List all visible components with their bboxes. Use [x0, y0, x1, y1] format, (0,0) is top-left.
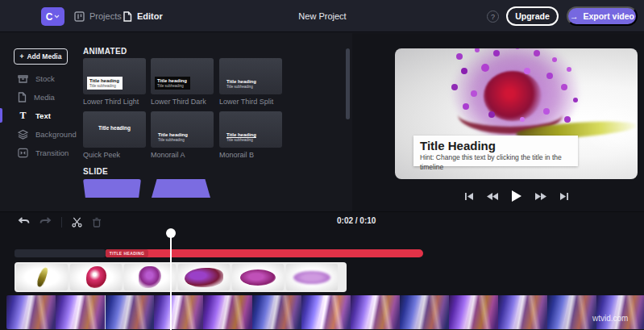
split-clip-button[interactable]	[72, 217, 82, 228]
section-title-slide: SLIDE	[83, 167, 108, 176]
rewind-button[interactable]	[487, 193, 498, 200]
preview-subtitle: Title subheading	[226, 138, 257, 142]
stock-box-icon	[18, 73, 28, 83]
nav-projects-label: Projects	[89, 11, 122, 21]
arrow-right-icon: →	[570, 11, 579, 21]
template-thumbnail: Title headingTitle subheading	[219, 58, 282, 94]
clip-thumbnail	[301, 295, 351, 329]
playhead-handle[interactable]	[166, 228, 176, 238]
clip-thumbnail	[351, 295, 400, 329]
template-card-monorail-b[interactable]: Title headingTitle subheading Monorail B	[219, 111, 282, 159]
clip-thumbnail	[178, 264, 230, 290]
template-card-slide-b[interactable]	[152, 179, 210, 198]
template-card-lower-third-light[interactable]: Title headingTitle subheading Lower Thir…	[83, 58, 146, 106]
sidebar-item-media[interactable]: Media	[0, 88, 81, 106]
app-window: C Projects Editor New Project ? Upgrade …	[0, 0, 644, 330]
nav-editor-label: Editor	[137, 11, 163, 21]
undo-button[interactable]	[18, 217, 30, 227]
media-file-icon	[18, 92, 27, 102]
help-button[interactable]: ?	[487, 10, 499, 23]
clip-thumbnail	[547, 295, 596, 329]
template-thumbnail: Title headingTitle subheading	[151, 111, 214, 148]
clip-thumbnail	[70, 264, 122, 290]
clip-thumbnail	[6, 295, 56, 329]
template-label: Quick Peek	[83, 151, 146, 159]
project-title: New Project	[274, 0, 371, 32]
editor-document-icon	[123, 11, 132, 22]
export-video-button[interactable]: → Export video	[567, 6, 638, 26]
play-button[interactable]	[512, 190, 521, 202]
template-card-lower-third-split[interactable]: Title headingTitle subheading Lower Thir…	[219, 58, 282, 106]
clip-thumbnail	[449, 295, 498, 329]
sidebar-item-label: Text	[35, 111, 51, 120]
redo-icon	[39, 217, 52, 227]
template-card-lower-third-dark[interactable]: Title headingTitle subheading Lower Thir…	[151, 58, 214, 106]
template-label: Lower Third Light	[83, 98, 146, 106]
skip-to-end-button[interactable]	[560, 193, 568, 200]
clip-thumbnail	[56, 295, 105, 329]
export-label: Export video	[583, 11, 634, 21]
preview-pane: Title Heading Hint: Change this text by …	[352, 33, 644, 211]
playhead-line[interactable]	[170, 232, 172, 330]
skip-to-start-button[interactable]	[465, 193, 473, 200]
video-clip-background[interactable]	[6, 295, 644, 329]
text-clip-previous[interactable]	[15, 249, 106, 257]
chevron-down-icon	[54, 15, 60, 19]
transport-controls	[395, 186, 638, 207]
clip-thumbnail	[286, 264, 338, 290]
scissors-icon	[72, 217, 82, 228]
template-card-quick-peek[interactable]: Title heading Quick Peek	[83, 111, 146, 159]
text-templates-panel: ANIMATED Title headingTitle subheading L…	[81, 33, 352, 211]
preview-subtitle: Title subheading	[158, 138, 189, 142]
template-card-monorail-a[interactable]: Title headingTitle subheading Monorail A	[151, 111, 214, 159]
upgrade-button[interactable]: Upgrade	[506, 6, 559, 26]
top-bar: C Projects Editor New Project ? Upgrade …	[0, 0, 644, 32]
template-card-slide-a[interactable]	[83, 179, 141, 198]
clip-boundary	[105, 295, 106, 329]
add-media-button[interactable]: + Add Media	[14, 48, 68, 65]
rewind-icon	[487, 193, 498, 200]
app-logo-letter: C	[46, 11, 53, 23]
nav-editor[interactable]: Editor	[123, 0, 163, 32]
sidebar-item-label: Stock	[35, 74, 55, 83]
template-label: Monorail B	[219, 151, 282, 159]
upgrade-label: Upgrade	[515, 11, 550, 21]
nav-projects[interactable]: Projects	[74, 0, 122, 32]
sidebar-item-stock[interactable]: Stock	[0, 69, 81, 87]
delete-clip-button[interactable]	[92, 217, 102, 228]
text-t-icon: T	[18, 111, 28, 121]
template-thumbnail: Title headingTitle subheading	[83, 58, 146, 94]
play-icon	[512, 190, 521, 202]
video-clip-particles[interactable]	[15, 262, 347, 292]
undo-icon	[18, 217, 30, 227]
timeline: 0:02 / 0:10 TITLE HEADING	[0, 211, 644, 330]
preview-title: Title heading	[226, 132, 257, 138]
overlay-hint: Hint: Change this text by clicking the t…	[420, 152, 571, 172]
video-preview[interactable]: Title Heading Hint: Change this text by …	[395, 48, 638, 179]
timeline-toolbar: 0:02 / 0:10	[0, 212, 644, 232]
sidebar: + Add Media Stock Media T Text Backgroun…	[0, 33, 81, 211]
skip-start-icon	[465, 193, 473, 200]
watermark-text: wtvid.com	[592, 314, 628, 323]
panel-scrollbar[interactable]	[346, 48, 350, 119]
add-media-label: Add Media	[27, 52, 61, 61]
fast-forward-button[interactable]	[535, 193, 546, 200]
redo-button[interactable]	[39, 217, 52, 227]
sidebar-item-background[interactable]: Background	[0, 125, 81, 143]
timecode: 0:02 / 0:10	[337, 216, 376, 225]
transition-icon	[18, 148, 28, 158]
template-thumbnail: Title headingTitle subheading	[151, 58, 214, 94]
sidebar-item-transition[interactable]: Transition	[0, 144, 81, 161]
preview-subtitle: Title subheading	[226, 85, 257, 89]
template-thumbnail: Title headingTitle subheading	[219, 111, 282, 148]
layers-icon	[18, 129, 28, 140]
sidebar-item-label: Background	[35, 130, 77, 139]
preview-title: Title heading	[158, 132, 189, 138]
sidebar-item-text[interactable]: T Text	[0, 107, 81, 124]
skip-end-icon	[560, 193, 568, 200]
clip-thumbnail	[203, 295, 252, 329]
app-logo-menu[interactable]: C	[41, 7, 64, 26]
clip-thumbnail	[105, 295, 154, 329]
preview-title: Title heading	[226, 79, 257, 85]
text-clip-title-heading[interactable]: TITLE HEADING	[106, 249, 423, 257]
